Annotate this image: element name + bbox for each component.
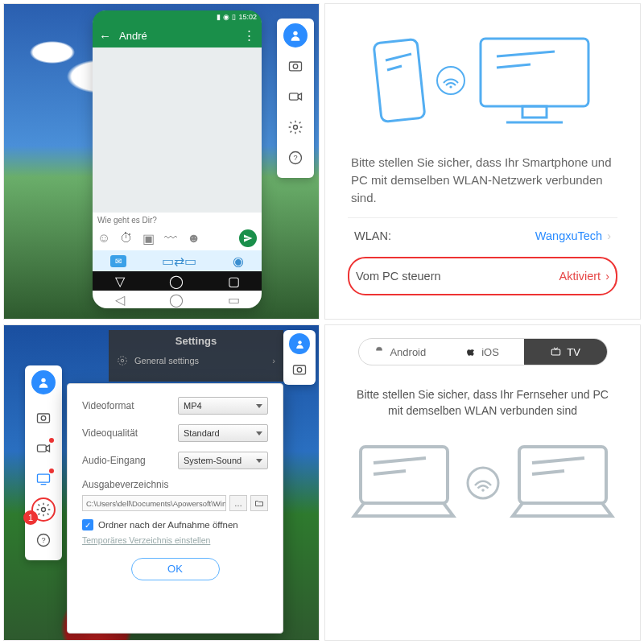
nav-home-outer-icon[interactable]: ◯ [169, 292, 184, 308]
pc-control-value: Aktiviert [559, 270, 601, 283]
pc-control-row[interactable]: Vom PC steuern Aktiviert› [348, 257, 617, 295]
open-after-record-row[interactable]: ✓ Ordner nach der Aufnahme öffnen [82, 519, 268, 530]
laptop-left-icon [349, 439, 458, 527]
status-time: 15:02 [238, 13, 257, 21]
wifi-icon: ◉ [223, 13, 229, 21]
settings-title: Settings [117, 335, 275, 347]
mirror-side-toolbar-left: 1 ? [25, 365, 62, 560]
wlan-label: WLAN: [354, 229, 391, 242]
svg-point-18 [118, 357, 127, 365]
help-icon[interactable]: ? [283, 146, 308, 170]
back-icon[interactable]: ← [99, 29, 111, 43]
temp-dir-link[interactable]: Temporäres Verzeichnis einstellen [82, 535, 268, 545]
tv-instruction-text: Bitte stellen Sie sicher, dass Ihr Ferns… [353, 386, 613, 419]
tab-ios[interactable]: iOS [441, 339, 524, 365]
videoformat-select[interactable]: MP4 [178, 397, 268, 415]
laptop-right-icon [508, 439, 617, 527]
gear-icon [117, 355, 128, 366]
dropdown-arrow-icon [256, 459, 262, 463]
checkbox-checked-icon[interactable]: ✓ [82, 519, 93, 530]
record-video-icon[interactable] [283, 85, 308, 109]
emoji-icon[interactable]: ☺ [97, 231, 110, 246]
attach-icon[interactable]: 〰 [164, 231, 177, 246]
settings-gear-highlighted-icon[interactable]: 1 [31, 497, 56, 522]
svg-rect-22 [38, 445, 47, 452]
compose-row [93, 213, 262, 228]
send-button[interactable] [239, 229, 257, 247]
wallpaper: ▮ ◉ ▯ 15:02 ← André ⋮ ☺ ⏱ ▣ [4, 4, 319, 319]
compose-input[interactable] [97, 216, 257, 225]
more-icon[interactable]: ⋮ [243, 28, 255, 43]
record-video-icon[interactable] [31, 436, 56, 460]
android-nav-outer: ◁ ◯ ▭ [93, 291, 262, 308]
panel-settings-dialog: Settings General settings › [3, 324, 320, 641]
platform-tabs: Android iOS TV [358, 338, 608, 365]
mirror-side-toolbar-right [283, 330, 316, 385]
avatar-button[interactable] [31, 370, 56, 394]
bottom-app-tabs: ✉ ▭⇄▭ ◉ [93, 250, 262, 271]
open-folder-button[interactable] [250, 495, 268, 511]
general-settings-row[interactable]: General settings › [117, 355, 275, 366]
recording-dot-icon [49, 438, 54, 443]
svg-rect-31 [552, 349, 561, 355]
svg-line-39 [532, 471, 564, 474]
compose-icons: ☺ ⏱ ▣ 〰 ☻ [93, 228, 262, 250]
phone-outline-icon [371, 36, 427, 125]
photo-icon[interactable]: ▣ [142, 231, 155, 246]
quality-select[interactable]: Standard [178, 424, 268, 442]
tab-tv[interactable]: TV [524, 339, 607, 365]
svg-rect-3 [290, 93, 299, 100]
svg-point-21 [41, 416, 46, 421]
dropdown-arrow-icon [256, 431, 262, 436]
wlan-row[interactable]: WLAN: WangxuTech› [348, 217, 617, 254]
tab-android[interactable]: Android [359, 339, 442, 365]
chevron-right-icon: › [605, 270, 609, 283]
capture-camera-icon[interactable] [289, 359, 310, 380]
browse-button[interactable]: … [229, 495, 247, 511]
avatar-button[interactable] [289, 333, 310, 354]
pc-control-label: Vom PC steuern [356, 270, 441, 283]
android-nav-inner: ▽ ◯ ▢ [93, 271, 262, 291]
chevron-right-icon: › [272, 356, 275, 365]
settings-gear-icon[interactable] [283, 115, 308, 139]
capture-camera-icon[interactable] [31, 406, 56, 430]
svg-line-8 [386, 54, 411, 60]
audio-select[interactable]: System-Sound [178, 452, 268, 469]
nav-recent-icon[interactable]: ▢ [228, 274, 240, 289]
quality-label: Videoqualität [82, 427, 167, 439]
ok-button[interactable]: OK [131, 558, 220, 580]
notification-dot-icon [49, 469, 54, 473]
nav-back-icon[interactable]: ▽ [115, 274, 125, 289]
outdir-path[interactable]: C:\Users\dell\Documents\Apowersoft\Windo… [82, 495, 226, 511]
contact-name: André [119, 30, 147, 42]
capture-camera-icon[interactable] [283, 54, 308, 78]
svg-point-35 [468, 468, 498, 498]
svg-rect-29 [294, 365, 306, 374]
videoformat-label: Videoformat [82, 400, 167, 411]
svg-point-36 [481, 489, 485, 492]
nav-back-outer-icon[interactable]: ◁ [115, 292, 125, 308]
svg-rect-1 [290, 62, 302, 71]
svg-point-2 [293, 64, 298, 69]
help-icon[interactable]: ? [31, 528, 56, 552]
nav-recent-outer-icon[interactable]: ▭ [228, 292, 240, 308]
audio-label: Audio-Eingang [82, 455, 167, 466]
avatar-button[interactable] [283, 23, 308, 47]
tab-msg-icon[interactable]: ✉ [110, 255, 126, 267]
tab-cam-icon[interactable]: ◉ [233, 254, 244, 269]
tab-mirror-icon[interactable]: ▭⇄▭ [162, 254, 196, 269]
nav-home-icon[interactable]: ◯ [169, 274, 184, 289]
timer-icon[interactable]: ⏱ [120, 231, 133, 246]
display-icon[interactable] [31, 467, 56, 491]
sticker-icon[interactable]: ☻ [187, 231, 200, 246]
panel-chat-mirror: ▮ ◉ ▯ 15:02 ← André ⋮ ☺ ⏱ ▣ [3, 3, 320, 320]
svg-rect-7 [374, 39, 425, 122]
svg-point-4 [294, 126, 298, 130]
phone-mockup: ▮ ◉ ▯ 15:02 ← André ⋮ ☺ ⏱ ▣ [93, 10, 262, 308]
svg-point-0 [293, 31, 297, 35]
apple-icon [466, 346, 477, 357]
svg-rect-15 [522, 106, 547, 118]
svg-point-28 [298, 341, 301, 344]
mirror-side-toolbar: ? [277, 19, 314, 178]
android-icon [374, 346, 385, 357]
